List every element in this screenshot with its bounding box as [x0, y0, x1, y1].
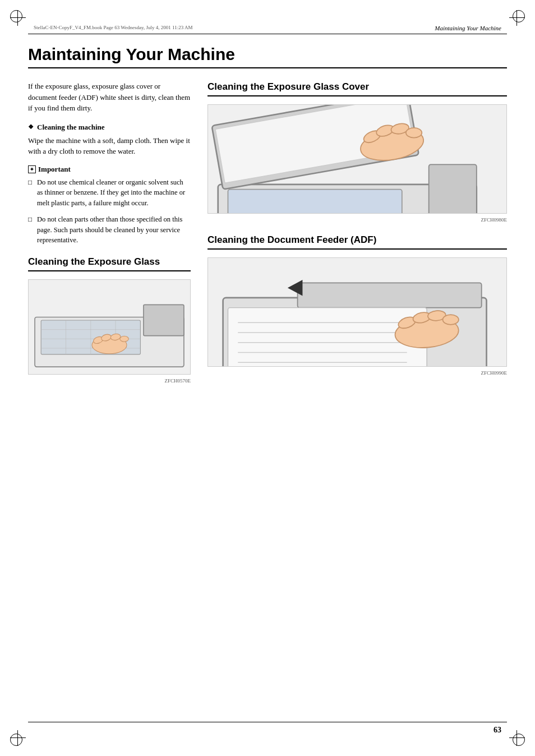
header-section-label: Maintaining Your Machine: [435, 25, 501, 31]
right-column: Cleaning the Exposure Glass Cover: [207, 81, 507, 388]
important-item-2: Do not clean parts other than those spec…: [28, 214, 191, 246]
exposure-glass-image: [28, 279, 191, 375]
footer-line: [28, 722, 507, 722]
svg-point-37: [443, 315, 459, 325]
important-icon: ✦: [28, 165, 36, 173]
exposure-glass-cover-image: [207, 104, 507, 214]
exposure-glass-cover-section: Cleaning the Exposure Glass Cover: [207, 81, 507, 223]
svg-point-13: [120, 336, 129, 342]
svg-point-23: [406, 128, 422, 138]
corner-bl: [10, 730, 26, 746]
corner-tl: [10, 10, 26, 26]
two-column-layout: If the exposure glass, exposure glass co…: [28, 81, 507, 388]
exposure-glass-cover-caption: ZFCH0980E: [207, 217, 507, 223]
document-feeder-title: Cleaning the Document Feeder (ADF): [207, 234, 507, 250]
diamond-icon: ❖: [28, 123, 34, 131]
corner-tr: [509, 10, 525, 26]
left-column: If the exposure glass, exposure glass co…: [28, 81, 191, 388]
important-item-1: Do not use chemical cleaner or organic s…: [28, 177, 191, 209]
header-meta: StellaC-EN-CopyF_V4_FM.book Page 63 Wedn…: [34, 25, 192, 30]
cleaning-machine-heading: ❖ Cleaning the machine: [28, 123, 191, 132]
cleaning-machine-body: Wipe the machine with a soft, damp cloth…: [28, 135, 191, 157]
svg-rect-16: [228, 190, 402, 214]
main-content: Maintaining Your Machine If the exposure…: [28, 39, 507, 717]
header-line: [28, 34, 507, 34]
exposure-glass-cover-title: Cleaning the Exposure Glass Cover: [207, 81, 507, 96]
svg-rect-25: [298, 283, 482, 308]
important-list: Do not use chemical cleaner or organic s…: [28, 177, 191, 246]
document-feeder-section: Cleaning the Document Feeder (ADF): [207, 234, 507, 376]
important-heading: ✦ Important: [28, 165, 191, 174]
document-feeder-caption: ZFCH0990E: [207, 370, 507, 376]
exposure-glass-title: Cleaning the Exposure Glass: [28, 256, 191, 271]
intro-text: If the exposure glass, exposure glass co…: [28, 81, 191, 114]
exposure-glass-caption: ZFCH0570E: [28, 378, 191, 384]
document-feeder-image: [207, 257, 507, 367]
svg-rect-18: [429, 164, 477, 214]
svg-rect-8: [144, 305, 184, 335]
page-number: 63: [494, 726, 501, 735]
svg-marker-32: [288, 280, 303, 296]
corner-br: [509, 730, 525, 746]
page-title: Maintaining Your Machine: [28, 45, 507, 68]
